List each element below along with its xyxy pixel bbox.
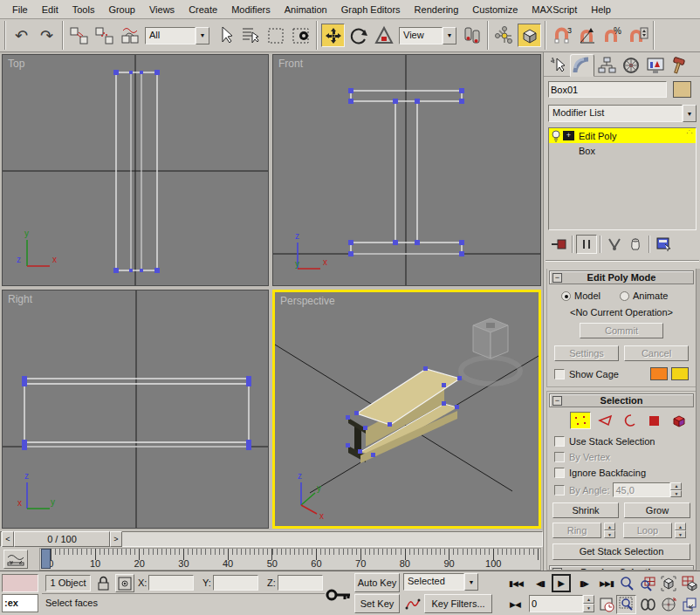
dropdown-arrow-icon[interactable]: ▼ [683, 105, 697, 122]
percent-snap-toggle-icon[interactable]: % [600, 24, 624, 47]
collapse-icon[interactable]: − [552, 396, 562, 406]
frame-spinner[interactable]: ▲ ▼ [583, 595, 594, 612]
window-crossing-toggle-icon[interactable] [289, 24, 312, 47]
object-color-swatch[interactable] [673, 81, 691, 98]
time-slider-prev-icon[interactable]: < [2, 531, 14, 547]
open-mini-curve-editor-icon[interactable] [3, 550, 28, 569]
select-and-manipulate-icon[interactable] [492, 24, 516, 47]
menu-item[interactable]: MAXScript [525, 2, 584, 17]
modifier-list-dropdown[interactable]: Modifier List ▼ [548, 105, 697, 122]
ignore-backfacing-checkbox[interactable] [554, 468, 565, 478]
menu-item[interactable]: Group [101, 2, 142, 17]
reference-coordinate-dropdown[interactable]: View ▼ [399, 27, 456, 44]
play-animation-icon[interactable]: ▶ [552, 574, 571, 592]
menu-item[interactable]: Modifiers [224, 2, 278, 17]
model-radio[interactable] [561, 291, 571, 301]
edit-poly-mode-rollout-header[interactable]: − Edit Poly Mode [549, 270, 694, 284]
spinner-down-icon[interactable]: ▼ [604, 530, 615, 538]
tab-hierarchy[interactable] [594, 54, 619, 77]
show-end-result-icon[interactable] [576, 235, 597, 254]
commit-button[interactable]: Commit [580, 323, 663, 338]
make-unique-icon[interactable] [604, 237, 625, 251]
by-angle-spinner[interactable]: ▲ ▼ [670, 482, 682, 497]
absolute-mode-transform-icon[interactable] [115, 574, 134, 592]
menu-item[interactable]: File [5, 2, 35, 17]
menu-item[interactable]: Help [584, 2, 618, 17]
viewport-top[interactable]: y x z Top [2, 54, 269, 286]
y-coordinate-field[interactable] [213, 575, 258, 591]
viewport-right[interactable]: z y x Right [2, 290, 269, 529]
macro-recorder-line[interactable] [2, 574, 38, 592]
arc-rotate-icon[interactable] [658, 595, 678, 614]
key-filter-mode-dropdown[interactable]: Selected ▼ [403, 573, 478, 591]
select-and-link-icon[interactable] [67, 24, 91, 47]
use-pivot-point-center-icon[interactable] [460, 24, 484, 47]
by-angle-checkbox[interactable] [554, 485, 565, 495]
viewport-front[interactable]: z x y Front [272, 54, 541, 286]
spinner-up-icon[interactable]: ▲ [604, 523, 615, 530]
redo-icon[interactable]: ↷ [35, 24, 58, 47]
3d-snap-toggle-icon[interactable]: 3 [550, 24, 573, 47]
set-keys-icon[interactable] [325, 580, 353, 610]
viewport-perspective[interactable]: z y x Perspective [272, 290, 541, 529]
selection-filter-dropdown[interactable]: All ▼ [145, 27, 209, 44]
select-and-move-icon[interactable] [321, 24, 345, 47]
menu-item[interactable]: Customize [465, 2, 525, 17]
loop-spinner[interactable]: ▲ ▼ [675, 523, 686, 538]
panel-scrollbar[interactable] [696, 269, 700, 571]
ring-spinner[interactable]: ▲ ▼ [604, 523, 615, 538]
ring-button[interactable]: Ring [552, 523, 601, 538]
time-slider-value[interactable]: 0 / 100 [14, 531, 110, 547]
time-slider-handle[interactable]: < 0 / 100 > [2, 531, 122, 547]
timeline-ruler[interactable]: 0102030405060708090100 [39, 548, 541, 571]
expand-icon[interactable]: + [563, 131, 574, 140]
angle-snap-toggle-icon[interactable] [575, 24, 599, 47]
goto-start-icon[interactable]: ▮◀◀ [504, 575, 527, 592]
zoom-all-icon[interactable] [637, 574, 657, 593]
edge-subobject-icon[interactable] [596, 412, 615, 429]
tab-utilities[interactable] [668, 54, 692, 77]
menu-item[interactable]: Create [182, 2, 224, 17]
zoom-extents-icon[interactable] [658, 574, 678, 593]
spinner-down-icon[interactable]: ▼ [583, 604, 594, 612]
cage-color-swatch-2[interactable] [671, 367, 689, 380]
lightbulb-icon[interactable] [549, 130, 563, 142]
key-mode-toggle-icon[interactable]: ▶◀ [504, 596, 525, 613]
rectangular-selection-region-icon[interactable] [264, 24, 287, 47]
pan-view-icon[interactable] [637, 595, 657, 614]
modifier-stack-item-edit-poly[interactable]: + Edit Poly ·˙· [549, 128, 696, 143]
shrink-button[interactable]: Shrink [552, 502, 619, 518]
region-zoom-icon[interactable] [616, 595, 636, 614]
border-subobject-icon[interactable] [621, 412, 640, 429]
time-slider-next-icon[interactable]: > [110, 531, 122, 547]
menu-item[interactable]: Graph Editors [334, 2, 408, 17]
maximize-viewport-toggle-icon[interactable] [679, 595, 699, 614]
collapse-icon[interactable]: − [552, 273, 562, 283]
default-in-out-tangents-icon[interactable] [403, 594, 422, 613]
cancel-button[interactable]: Cancel [624, 345, 689, 361]
undo-icon[interactable]: ↶ [10, 24, 33, 47]
zoom-extents-all-icon[interactable] [679, 574, 699, 593]
tab-display[interactable] [643, 54, 668, 77]
next-frame-icon[interactable]: ▮▶ [574, 575, 594, 592]
spinner-up-icon[interactable]: ▲ [583, 595, 594, 604]
by-angle-field[interactable] [613, 482, 670, 497]
grow-button[interactable]: Grow [624, 502, 690, 518]
zoom-icon[interactable] [616, 574, 636, 593]
object-name-field[interactable] [548, 81, 667, 98]
vertex-subobject-icon[interactable] [570, 412, 591, 429]
menu-item[interactable]: Edit [35, 2, 65, 17]
settings-button[interactable]: Settings [554, 345, 619, 361]
unlink-selection-icon[interactable] [93, 24, 116, 47]
track-bar-frame-handle[interactable] [41, 549, 51, 569]
menu-item[interactable]: Animation [278, 2, 334, 17]
spinner-snap-toggle-icon[interactable] [626, 24, 649, 47]
tab-motion[interactable] [619, 54, 643, 77]
set-key-button[interactable]: Set Key [354, 594, 400, 613]
key-filters-button[interactable]: Key Filters... [424, 594, 492, 613]
use-stack-selection-checkbox[interactable] [554, 436, 565, 447]
dropdown-arrow-icon[interactable]: ▼ [196, 27, 209, 44]
get-stack-selection-button[interactable]: Get Stack Selection [552, 543, 690, 560]
select-and-scale-icon[interactable] [372, 24, 395, 47]
selection-rollout-header[interactable]: − Selection [549, 393, 694, 407]
